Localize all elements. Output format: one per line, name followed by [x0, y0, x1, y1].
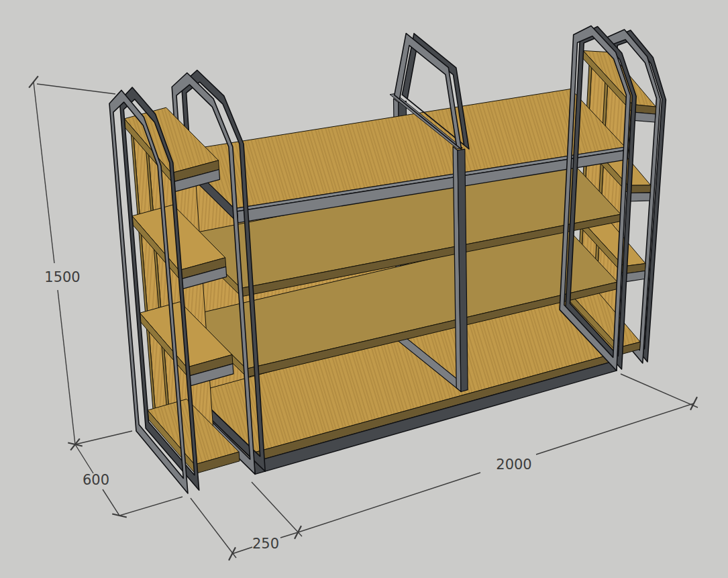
dim-main-span-label: 2000 [496, 456, 531, 473]
cad-viewport[interactable]: 1500 600 250 2000 [0, 0, 728, 578]
dim-end-bay-label: 250 [252, 536, 279, 552]
dim-height-label: 1500 [44, 269, 80, 285]
model-geometry [109, 26, 666, 494]
shelving-unit-3d-scene[interactable]: 1500 600 250 2000 [0, 0, 728, 578]
dim-depth-label: 600 [83, 472, 109, 488]
